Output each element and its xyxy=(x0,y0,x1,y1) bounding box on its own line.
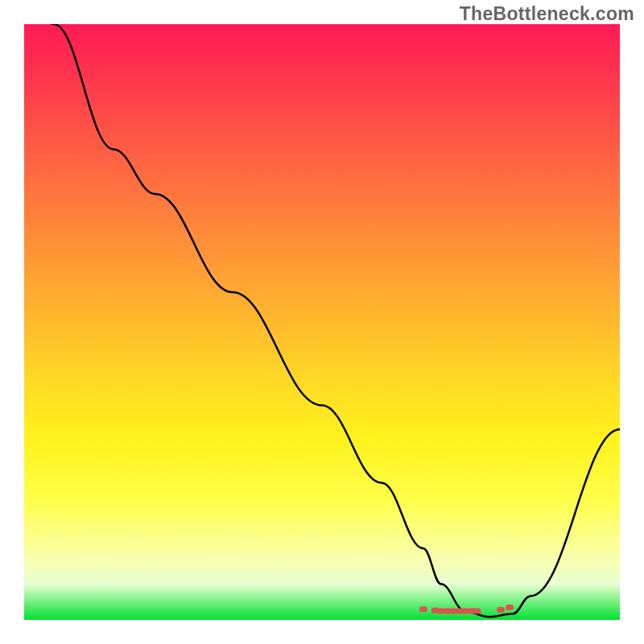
svg-rect-9 xyxy=(497,607,505,613)
svg-rect-10 xyxy=(506,605,514,610)
svg-rect-8 xyxy=(473,608,481,613)
chart-plot-area xyxy=(24,24,620,620)
chart-svg xyxy=(24,24,620,620)
bottleneck-curve xyxy=(24,24,620,617)
svg-rect-0 xyxy=(419,606,427,612)
plateau-markers xyxy=(419,605,514,613)
watermark-text: TheBottleneck.com xyxy=(460,3,634,25)
